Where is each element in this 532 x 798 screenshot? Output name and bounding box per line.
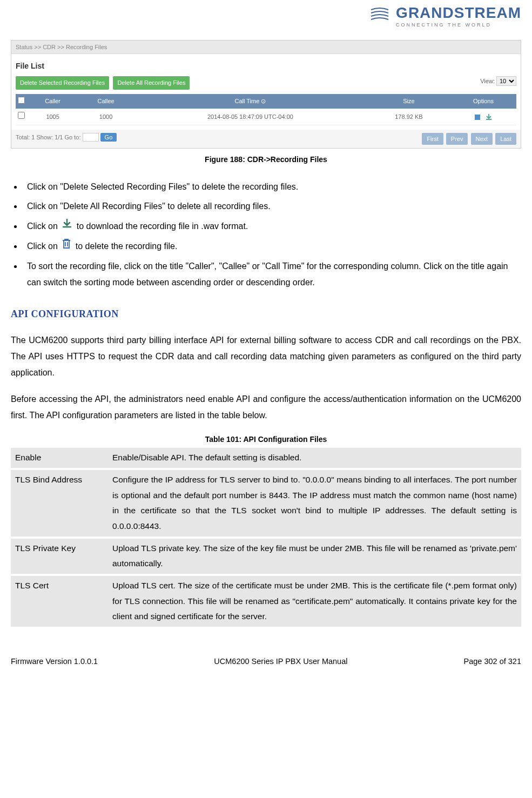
body-paragraph: The UCM6200 supports third party billing…	[11, 332, 521, 380]
delete-all-button[interactable]: Delete All Recording Files	[113, 76, 190, 90]
cell-caller: 1005	[27, 109, 78, 125]
pager-next[interactable]: Next	[471, 133, 493, 145]
list-item: Click on "Delete Selected Recording File…	[23, 179, 521, 195]
view-select[interactable]: 10	[496, 76, 516, 86]
cell-size: 178.92 KB	[367, 109, 450, 125]
table-row: TLS Bind Address Configure the IP addres…	[11, 469, 521, 538]
footer-title: UCM6200 Series IP PBX User Manual	[214, 656, 347, 668]
list-item: Click on to delete the recording file.	[23, 238, 521, 255]
body-paragraph: Before accessing the API, the administra…	[11, 391, 521, 423]
pager-prev[interactable]: Prev	[446, 133, 468, 145]
section-heading: API CONFIGURATION	[11, 307, 521, 321]
go-button[interactable]: Go	[100, 133, 117, 142]
col-callee[interactable]: Callee	[78, 94, 133, 109]
goto-input[interactable]	[83, 133, 99, 142]
svg-rect-0	[475, 115, 480, 120]
config-value: Enable/Disable API. The default setting …	[108, 448, 521, 469]
list-item: Click on to download the recording file …	[23, 218, 521, 235]
table-row: TLS Cert Upload TLS cert. The size of th…	[11, 575, 521, 628]
table-row: 1005 1000 2014-08-05 18:47:09 UTC-04:00 …	[16, 109, 516, 125]
delete-selected-button[interactable]: Delete Selected Recording Files	[16, 76, 109, 90]
cell-callee: 1000	[78, 109, 133, 125]
row-checkbox[interactable]	[18, 112, 25, 119]
footer-page: Page 302 of 321	[464, 656, 521, 668]
config-key: TLS Private Key	[11, 538, 108, 575]
table-row: Enable Enable/Disable API. The default s…	[11, 448, 521, 469]
figure-caption: Figure 188: CDR->Recording Files	[11, 154, 521, 165]
config-key: TLS Bind Address	[11, 469, 108, 538]
brand-name: GRANDSTREAM	[396, 5, 521, 21]
pager-last[interactable]: Last	[495, 133, 516, 145]
page-footer: Firmware Version 1.0.0.1 UCM6200 Series …	[11, 656, 521, 668]
col-calltime[interactable]: Call Time ⊙	[133, 94, 367, 109]
recordings-table: Caller Callee Call Time ⊙ Size Options 1…	[16, 94, 516, 125]
app-screenshot: Status >> CDR >> Recording Files File Li…	[11, 40, 521, 149]
download-icon[interactable]	[485, 113, 493, 121]
list-item: To sort the recording file, click on the…	[23, 258, 521, 291]
brand-logo-icon	[370, 8, 389, 26]
config-value: Configure the IP address for TLS server …	[108, 469, 521, 538]
select-all-checkbox[interactable]	[18, 97, 25, 104]
footer-info: Total: 1 Show: 1/1 Go to:	[16, 134, 80, 140]
col-options: Options	[450, 94, 516, 109]
instruction-list: Click on "Delete Selected Recording File…	[23, 179, 521, 291]
col-caller[interactable]: Caller	[27, 94, 78, 109]
list-item: Click on "Delete All Recording Files" to…	[23, 198, 521, 214]
col-size[interactable]: Size	[367, 94, 450, 109]
footer-firmware: Firmware Version 1.0.0.1	[11, 656, 98, 668]
panel-title: File List	[16, 61, 516, 72]
stop-icon[interactable]	[474, 113, 481, 121]
breadcrumb: Status >> CDR >> Recording Files	[11, 41, 521, 55]
pager-first[interactable]: First	[422, 133, 443, 145]
config-key: TLS Cert	[11, 575, 108, 628]
brand-tag: CONNECTING THE WORLD	[396, 22, 521, 29]
config-value: Upload TLS private key. The size of the …	[108, 538, 521, 575]
brand-header: GRANDSTREAM CONNECTING THE WORLD	[11, 5, 521, 29]
table-caption: Table 101: API Configuration Files	[11, 434, 521, 445]
config-key: Enable	[11, 448, 108, 469]
cell-time: 2014-08-05 18:47:09 UTC-04:00	[133, 109, 367, 125]
trash-icon	[62, 238, 71, 254]
table-row: TLS Private Key Upload TLS private key. …	[11, 538, 521, 575]
download-icon	[62, 218, 72, 234]
config-value: Upload TLS cert. The size of the certifi…	[108, 575, 521, 628]
view-label: View:	[480, 78, 495, 84]
config-table: Enable Enable/Disable API. The default s…	[11, 448, 521, 629]
